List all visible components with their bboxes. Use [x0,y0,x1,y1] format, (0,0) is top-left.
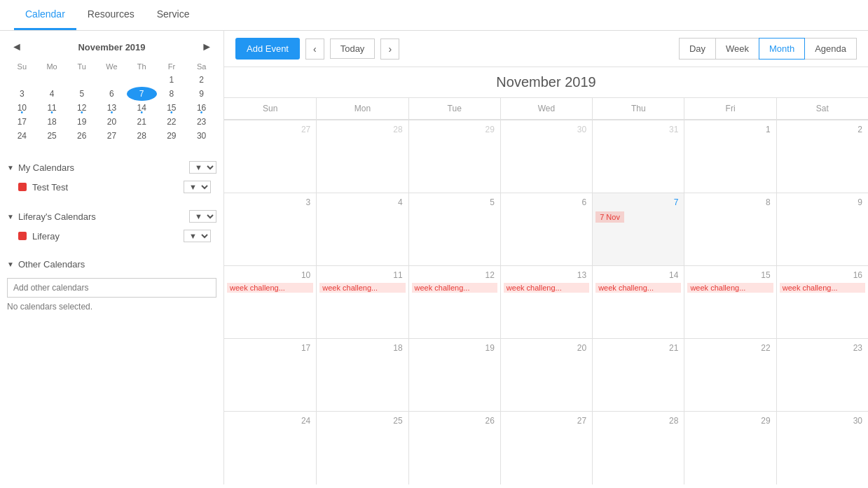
mini-cal-day[interactable]: 12 [67,101,97,115]
top-nav-item-resources[interactable]: Resources [76,0,146,30]
my-calendars-dropdown[interactable]: ▼ [189,161,216,174]
calendar-event[interactable]: week challeng... [504,283,589,293]
cal-day[interactable]: 29 [408,120,500,193]
calendar-event[interactable]: week challeng... [595,283,681,293]
mini-cal-day[interactable]: 14 [127,101,157,115]
cal-day[interactable]: 30 [500,120,592,193]
mini-cal-day[interactable]: 16 [186,101,216,115]
cal-day[interactable]: 9 [776,193,868,265]
mini-cal-day[interactable]: 21 [127,115,157,129]
calendar-event[interactable]: week challeng... [687,283,773,293]
mini-cal-day[interactable]: 8 [157,87,187,101]
cal-day[interactable]: 4 [316,193,408,265]
cal-day[interactable]: 13week challeng... [500,266,592,338]
mini-cal-day[interactable]: 18 [37,115,67,129]
mini-cal-day[interactable]: 2 [186,73,216,87]
prev-button[interactable]: ‹ [305,39,324,60]
cal-day[interactable]: 1 [684,120,776,193]
cal-day[interactable]: 11week challeng... [316,266,408,338]
cal-day[interactable]: 2 [776,120,868,193]
cal-day-num: 5 [412,196,497,209]
cal-day[interactable]: 6 [500,193,592,265]
cal-day[interactable]: 21 [592,339,684,411]
view-btn-week[interactable]: Week [715,38,759,60]
mini-cal-day[interactable]: 27 [97,129,127,143]
cal-item-dropdown[interactable]: ▼ [184,230,211,242]
cal-day[interactable]: 30 [776,412,868,484]
mini-cal-day[interactable]: 7 [127,87,157,101]
calendar-event[interactable]: week challeng... [227,283,313,293]
cal-day[interactable]: 27 [500,412,592,484]
cal-day-num: 26 [412,414,497,427]
mini-cal-day[interactable]: 26 [67,129,97,143]
cal-day[interactable]: 15week challeng... [684,266,776,338]
mini-cal-day[interactable]: 24 [7,129,37,143]
cal-day[interactable]: 27 [224,120,316,193]
mini-cal-day[interactable]: 28 [127,129,157,143]
cal-day[interactable]: 28 [592,412,684,484]
add-event-button[interactable]: Add Event [235,38,300,60]
my-calendars-header[interactable]: ▼ My Calendars ▼ [7,157,216,178]
cal-day[interactable]: 16week challeng... [776,266,868,338]
calendar-event[interactable]: week challeng... [412,283,497,293]
cal-day[interactable]: 8 [684,193,776,265]
cal-item-dropdown[interactable]: ▼ [184,181,211,193]
cal-day[interactable]: 10week challeng... [224,266,316,338]
mini-cal-day[interactable]: 11 [37,101,67,115]
view-btn-agenda[interactable]: Agenda [804,38,857,60]
cal-day[interactable]: 24 [224,412,316,484]
mini-cal-day[interactable]: 29 [157,129,187,143]
top-nav-item-calendar[interactable]: Calendar [14,0,76,30]
mini-cal-day[interactable]: 30 [186,129,216,143]
cal-day[interactable]: 14week challeng... [592,266,684,338]
mini-cal-day[interactable]: 3 [7,87,37,101]
cal-day-num: 13 [504,269,589,281]
cal-day[interactable]: 17 [224,339,316,411]
cal-day[interactable]: 20 [500,339,592,411]
view-btn-day[interactable]: Day [679,38,716,60]
other-calendars-header[interactable]: ▼ Other Calendars [7,255,216,274]
cal-day[interactable]: 29 [684,412,776,484]
other-calendars-title: Other Calendars [18,259,85,270]
mini-cal-day[interactable]: 6 [97,87,127,101]
mini-cal-day[interactable]: 17 [7,115,37,129]
cal-day[interactable]: 28 [316,120,408,193]
add-other-calendars-input[interactable] [7,278,216,298]
mini-cal-day[interactable]: 9 [186,87,216,101]
mini-cal-day[interactable]: 19 [67,115,97,129]
mini-cal-day[interactable]: 23 [186,115,216,129]
cal-day[interactable]: 23 [776,339,868,411]
cal-day[interactable]: 26 [408,412,500,484]
mini-day-header-mo: Mo [37,60,67,73]
mini-cal-prev[interactable]: ◄ [7,41,27,53]
cal-day[interactable]: 12week challeng... [408,266,500,338]
mini-cal-day[interactable]: 15 [157,101,187,115]
mini-cal-next[interactable]: ► [197,41,216,53]
mini-cal-day[interactable]: 25 [37,129,67,143]
calendar-event[interactable]: week challeng... [780,283,865,293]
liferay-calendars-header[interactable]: ▼ Liferay's Calendars ▼ [7,206,216,227]
view-btn-month[interactable]: Month [759,38,805,60]
today-button[interactable]: Today [330,39,376,59]
cal-day[interactable]: 77 Nov [592,193,684,265]
next-button[interactable]: › [380,39,399,60]
mini-cal-day[interactable]: 22 [157,115,187,129]
cal-day[interactable]: 25 [316,412,408,484]
cal-day-num: 21 [595,342,681,354]
calendar-event[interactable]: week challeng... [319,283,405,293]
top-nav-item-service[interactable]: Service [146,0,201,30]
mini-cal-day[interactable]: 20 [97,115,127,129]
cal-day[interactable]: 5 [408,193,500,265]
cal-day[interactable]: 18 [316,339,408,411]
cal-day-num: 2 [780,123,865,136]
cal-day[interactable]: 22 [684,339,776,411]
mini-cal-day[interactable]: 10 [7,101,37,115]
mini-cal-day[interactable]: 4 [37,87,67,101]
mini-cal-day[interactable]: 5 [67,87,97,101]
cal-day[interactable]: 31 [592,120,684,193]
mini-cal-day[interactable]: 1 [157,73,187,87]
cal-day[interactable]: 19 [408,339,500,411]
liferay-calendars-dropdown[interactable]: ▼ [189,210,216,223]
mini-cal-day[interactable]: 13 [97,101,127,115]
cal-day[interactable]: 3 [224,193,316,265]
